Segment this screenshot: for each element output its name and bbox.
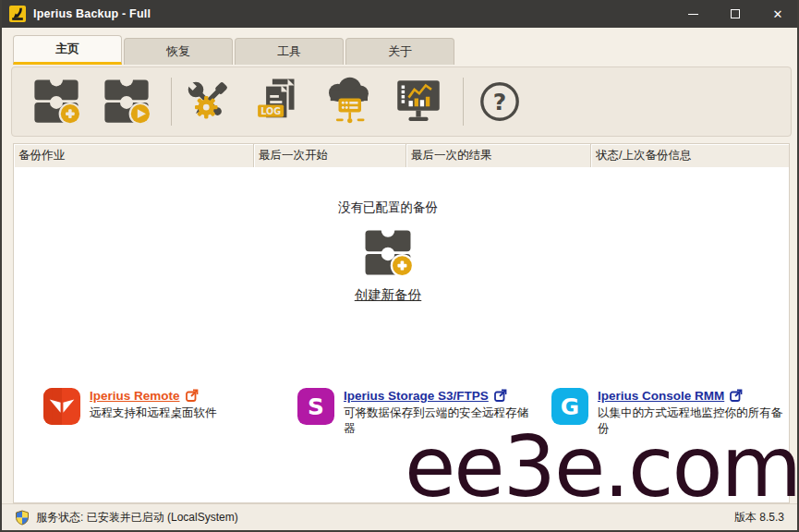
toolbar-separator — [463, 78, 464, 126]
help-glyph: ? — [493, 89, 506, 115]
tab-restore[interactable]: 恢复 — [124, 38, 233, 65]
iperius-remote-description: 远程支持和远程桌面软件 — [90, 405, 217, 421]
minimize-icon — [688, 14, 698, 15]
help-icon: ? — [478, 79, 522, 124]
statistics-icon — [393, 76, 444, 127]
create-backup-button[interactable] — [30, 75, 82, 128]
tools-icon — [182, 76, 234, 127]
tab-tools[interactable]: 工具 — [235, 38, 344, 65]
iperius-remote-link[interactable]: Iperius Remote — [90, 389, 180, 403]
toolbar-separator — [171, 78, 172, 126]
iperius-storage-description: 可将数据保存到云端的安全远程存储器 — [344, 405, 534, 437]
iperius-console-link[interactable]: Iperius Console RMM — [598, 389, 724, 403]
column-header-backup-job[interactable]: 备份作业 — [14, 144, 254, 167]
window-title: Iperius Backup - Full — [33, 7, 151, 20]
storage-logo-letter: S — [308, 393, 324, 420]
toolbar: LOG — [11, 66, 792, 137]
maximize-button[interactable] — [714, 0, 757, 28]
promo-iperius-remote: Iperius Remote 远程支持和远程桌面软件 — [43, 388, 217, 425]
empty-state-message: 没有已配置的备份 — [338, 200, 438, 216]
iperius-storage-logo-icon[interactable]: S — [297, 388, 334, 425]
column-header-status-info[interactable]: 状态/上次备份信息 — [591, 144, 789, 167]
logs-button[interactable]: LOG — [252, 75, 304, 128]
iperius-console-description: 以集中的方式远程地监控你的所有备份 — [598, 405, 788, 437]
tools-button[interactable] — [182, 75, 234, 128]
statistics-button[interactable] — [393, 75, 444, 128]
column-header-last-start[interactable]: 最后一次开始 — [254, 144, 406, 167]
maximize-icon — [731, 9, 740, 18]
backup-jobs-table: 备份作业 最后一次开始 最后一次的结果 状态/上次备份信息 没有已配置的备份 创… — [13, 143, 790, 503]
cloud-backup-icon — [322, 76, 374, 127]
tab-home-label: 主页 — [55, 41, 79, 57]
iperius-console-logo-icon[interactable]: G — [551, 388, 588, 425]
tab-tools-label: 工具 — [277, 43, 301, 60]
version-text: 版本 8.5.3 — [734, 510, 784, 526]
tab-restore-label: 恢复 — [166, 43, 190, 60]
close-button[interactable]: ✕ — [757, 0, 799, 28]
app-window: Iperius Backup - Full ✕ 主页 恢复 工具 关于 — [0, 0, 799, 532]
window-controls: ✕ — [672, 0, 799, 28]
column-header-last-result[interactable]: 最后一次的结果 — [406, 144, 591, 167]
promo-iperius-console: G Iperius Console RMM 以集中的方式远程地监控你的所有备份 — [551, 388, 788, 437]
external-link-icon — [493, 388, 508, 403]
create-new-backup-link[interactable]: 创建新备份 — [355, 286, 422, 304]
log-label: LOG — [260, 106, 281, 116]
minimize-button[interactable] — [672, 0, 714, 28]
external-link-icon — [185, 388, 200, 403]
console-logo-letter: G — [561, 393, 579, 420]
cloud-backup-button[interactable] — [322, 75, 374, 128]
tab-home[interactable]: 主页 — [13, 35, 122, 65]
run-backup-button[interactable] — [101, 75, 152, 128]
status-bar: 服务状态: 已安装并已启动 (LocalSystem) 版本 8.5.3 — [2, 503, 797, 530]
create-backup-icon — [30, 76, 82, 127]
tab-about[interactable]: 关于 — [345, 38, 454, 65]
external-link-icon — [729, 388, 744, 403]
logs-icon: LOG — [252, 76, 304, 127]
run-backup-icon — [101, 76, 152, 127]
help-button[interactable]: ? — [474, 75, 526, 128]
title-bar: Iperius Backup - Full ✕ — [0, 0, 799, 28]
uac-shield-icon — [15, 510, 30, 526]
tab-bar: 主页 恢复 工具 关于 — [2, 28, 797, 65]
promo-iperius-storage: S Iperius Storage S3/FTPS 可将数据保存到云端的安全远程… — [297, 388, 534, 437]
table-header: 备份作业 最后一次开始 最后一次的结果 状态/上次备份信息 — [14, 144, 789, 167]
iperius-storage-link[interactable]: Iperius Storage S3/FTPS — [344, 389, 489, 403]
iperius-remote-logo-icon[interactable] — [43, 388, 80, 425]
create-backup-illustration-icon — [361, 227, 415, 279]
empty-state: 没有已配置的备份 创建新备份 — [14, 200, 762, 304]
close-icon: ✕ — [773, 8, 783, 20]
service-status-text: 服务状态: 已安装并已启动 (LocalSystem) — [36, 510, 238, 526]
tab-about-label: 关于 — [388, 43, 412, 60]
app-logo-icon — [9, 6, 26, 22]
